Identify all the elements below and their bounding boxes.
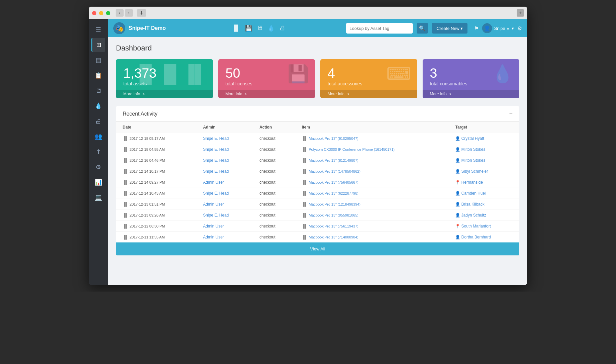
admin-link[interactable]: Snipe E. Head — [203, 213, 229, 218]
search-button[interactable]: 🔍 — [417, 23, 428, 34]
target-link[interactable]: 📍 South Marianfort — [455, 224, 491, 228]
drop-icon[interactable]: 💧 — [267, 25, 275, 32]
licenses-more-info[interactable]: More Info ➜ — [218, 90, 315, 98]
admin-link[interactable]: Snipe E. Head — [203, 136, 229, 141]
item-link[interactable]: Macbook Pro 13" (714000904) — [309, 235, 358, 239]
stat-card-assets[interactable]: ▐▌▐▌▐▌ 1,373 total assets More Info ➜ — [116, 59, 213, 98]
cell-admin: Snipe E. Head — [196, 188, 253, 199]
target-link[interactable]: 👤 Milton Stokes — [455, 147, 485, 152]
sidebar-item-settings[interactable]: ⚙ — [91, 160, 105, 174]
admin-link[interactable]: Snipe E. Head — [203, 191, 229, 196]
sidebar-item-upload[interactable]: ⬆ — [91, 145, 105, 159]
accessories-more-info[interactable]: More Info ➜ — [320, 90, 417, 98]
minimize-button[interactable] — [99, 11, 103, 15]
create-new-button[interactable]: Create New ▾ — [432, 23, 467, 34]
maximize-button[interactable] — [106, 11, 110, 15]
cell-action: checkout — [253, 210, 295, 221]
row-barcode-icon: ▐▌ — [123, 147, 128, 152]
share-icon[interactable]: ⚙ — [517, 25, 522, 32]
admin-link[interactable]: Admin User — [203, 202, 224, 207]
download-icon[interactable]: ⬇ — [137, 9, 146, 17]
sidebar-item-assets[interactable]: ▤ — [91, 53, 105, 67]
item-barcode-icon: ▐▌ — [302, 213, 307, 218]
sidebar-item-menu[interactable]: ☰ — [91, 23, 105, 37]
item-link[interactable]: Macbook Pro 13" (756405667) — [309, 180, 358, 184]
cell-admin: Admin User — [196, 199, 253, 210]
cell-admin: Snipe E. Head — [196, 166, 253, 177]
reports-icon: 📊 — [95, 179, 102, 186]
target-link[interactable]: 📍 Hermanside — [455, 180, 483, 185]
sidebar-item-printers[interactable]: 🖨 — [91, 114, 105, 128]
item-link[interactable]: Macbook Pro 13" (910295047) — [309, 136, 358, 140]
cell-date: ▐▌ 2017-12-14 09:27 PM — [116, 177, 196, 188]
item-link[interactable]: Macbook Pro 13" (756119437) — [309, 224, 358, 228]
table-row: ▐▌ 2017-12-14 10:17 PM Snipe E. Head che… — [116, 166, 519, 177]
sidebar-item-reports[interactable]: 📊 — [91, 175, 105, 189]
item-link[interactable]: Macbook Pro 13" (622287798) — [309, 191, 358, 195]
collapse-button[interactable]: − — [509, 110, 513, 117]
target-link[interactable]: 👤 Dortha Bernhard — [455, 235, 491, 239]
target-link[interactable]: 👤 Crystal Hyatt — [455, 136, 484, 141]
table-row: ▐▌ 2017-12-16 04:46 PM Snipe E. Head che… — [116, 155, 519, 166]
admin-link[interactable]: Snipe E. Head — [203, 147, 229, 152]
col-item: Item — [295, 122, 449, 133]
stat-card-consumables[interactable]: 💧 3 total consumables More Info ➜ — [423, 59, 520, 98]
cell-date: ▐▌ 2017-12-13 09:26 AM — [116, 210, 196, 221]
cell-admin: Admin User — [196, 221, 253, 232]
sidebar-item-licenses[interactable]: 📋 — [91, 68, 105, 82]
cell-admin: Admin User — [196, 177, 253, 188]
main-content: Dashboard ▐▌▐▌▐▌ 1,373 total assets More… — [108, 37, 527, 285]
cell-date: ▐▌ 2017-12-12 06:30 PM — [116, 221, 196, 232]
sidebar-item-users[interactable]: 👥 — [91, 130, 105, 143]
sidebar-item-dashboard[interactable]: ⊞ — [91, 38, 105, 52]
item-barcode-icon: ▐▌ — [302, 191, 307, 196]
cell-date: ▐▌ 2017-12-14 10:17 PM — [116, 166, 196, 177]
cell-action: checkout — [253, 199, 295, 210]
consumables-more-info[interactable]: More Info ➜ — [423, 90, 520, 98]
item-link[interactable]: Polycom CX3000 IP Conference Phone (1614… — [309, 147, 394, 151]
database-icon[interactable]: 💾 — [245, 25, 252, 32]
monitor-icon[interactable]: 🖥 — [257, 25, 263, 32]
admin-link[interactable]: Admin User — [203, 235, 224, 239]
sidebar-item-consumables[interactable]: 💧 — [91, 99, 105, 113]
cell-admin: Snipe E. Head — [196, 210, 253, 221]
row-barcode-icon: ▐▌ — [123, 224, 128, 228]
admin-link[interactable]: Snipe E. Head — [203, 158, 229, 163]
cell-target: 👤 Jadyn Schultz — [449, 210, 519, 221]
stat-card-accessories[interactable]: ⌨ 4 total accessories More Info ➜ — [320, 59, 417, 98]
item-link[interactable]: Macbook Pro 13" (812149807) — [309, 158, 358, 162]
back-button[interactable]: ‹ — [116, 9, 124, 17]
user-menu[interactable]: 👤 Snipe E. ▾ — [482, 23, 514, 33]
target-link[interactable]: 👤 Camden Huel — [455, 191, 486, 196]
item-link[interactable]: Macbook Pro 13" (1478504862) — [309, 169, 360, 173]
item-link[interactable]: Macbook Pro 13" (955981065) — [309, 213, 358, 217]
cell-action: checkout — [253, 133, 295, 144]
new-tab-button[interactable]: + — [517, 9, 524, 17]
asset-tag-search[interactable] — [346, 23, 413, 34]
app-logo[interactable]: 🎭 Snipe-IT Demo — [113, 22, 166, 34]
barcode-icon[interactable]: ▐▌ — [232, 25, 241, 32]
sidebar-item-computer[interactable]: 💻 — [91, 191, 105, 205]
forward-button[interactable]: › — [125, 9, 133, 17]
stat-card-licenses[interactable]: 💾 50 total licenses More Info ➜ — [218, 59, 315, 98]
admin-link[interactable]: Snipe E. Head — [203, 169, 229, 174]
target-link[interactable]: 👤 Jadyn Schultz — [455, 213, 486, 218]
target-link[interactable]: 👤 Brisa Kilback — [455, 202, 484, 207]
cell-target: 👤 Milton Stokes — [449, 144, 519, 155]
target-link[interactable]: 👤 Milton Stokes — [455, 158, 485, 163]
flag-icon[interactable]: ⚑ — [474, 25, 479, 32]
sidebar-item-accessories[interactable]: 🖥 — [91, 84, 105, 98]
admin-link[interactable]: Admin User — [203, 224, 224, 228]
target-link[interactable]: 👤 Sibyl Schmeler — [455, 169, 488, 174]
view-all-button[interactable]: View All — [116, 242, 519, 255]
item-link[interactable]: Macbook Pro 13" (1218498394) — [309, 202, 360, 206]
close-button[interactable] — [92, 11, 96, 15]
activity-title: Recent Activity — [123, 111, 157, 117]
table-row: ▐▌ 2017-12-11 11:55 AM Admin User checko… — [116, 232, 519, 243]
printer-icon[interactable]: 🖨 — [279, 25, 285, 32]
users-icon: 👥 — [95, 133, 102, 140]
admin-link[interactable]: Admin User — [203, 180, 224, 185]
col-action: Action — [253, 122, 295, 133]
assets-more-info[interactable]: More Info ➜ — [116, 90, 213, 98]
row-barcode-icon: ▐▌ — [123, 158, 128, 163]
